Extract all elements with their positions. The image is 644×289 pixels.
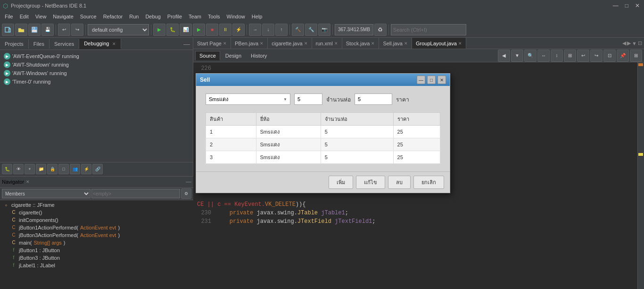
tab-maximize-icon[interactable]: ⊡ [638,40,642,46]
navigator-settings-button[interactable]: ⚙ [181,188,191,199]
menu-file[interactable]: File [2,13,16,20]
tab-start-page[interactable]: Start Page ✕ [193,38,231,49]
close-stock[interactable]: ✕ [371,41,375,46]
gc-button[interactable]: ♻ [374,24,387,36]
run-button[interactable]: ▶ [193,24,205,36]
close-run-xml[interactable]: ✕ [334,41,338,46]
menu-navigate[interactable]: Navigate [50,13,76,20]
step-into-button[interactable]: ↓ [262,24,274,36]
menu-debug[interactable]: Debug [142,13,163,20]
tab-stock[interactable]: Stock.java ✕ [342,38,380,49]
nav-item-initcomponents[interactable]: C initComponents() [8,216,192,224]
tab-dropdown-icon[interactable]: ▼ [632,41,637,46]
menu-help[interactable]: Help [249,13,265,20]
open-project-button[interactable] [15,24,27,36]
source-tab[interactable]: Source [195,51,220,60]
menu-window[interactable]: Window [224,13,248,20]
src-tb-btn-5[interactable]: ↕ [551,50,563,62]
navigator-search-input[interactable] [91,189,180,198]
panel-collapse-button[interactable]: — [181,40,193,48]
pause-button[interactable]: ⏸ [219,24,231,36]
tab-files[interactable]: Files [29,39,50,49]
tab-sell[interactable]: Sell.java ✕ [379,38,412,49]
save-all-button[interactable]: 💾 [41,24,54,36]
menu-view[interactable]: View [33,13,50,20]
tab-services[interactable]: Services [50,39,79,49]
save-button[interactable] [28,24,41,36]
menu-edit[interactable]: Edit [17,13,32,20]
src-tb-btn-1[interactable]: ◀ [498,50,510,62]
menu-tools[interactable]: Tools [205,13,223,20]
redo-button[interactable]: ↪ [71,24,83,36]
nav-item-jbutton1action[interactable]: C jButton1ActionPerformed(ActionEvent ev… [8,224,192,231]
table-row-2[interactable]: 2 Smsแดง 5 25 [206,138,440,151]
file-tab-nav[interactable]: ◀ ▶ ▼ ⊡ [620,40,644,46]
tab-scroll-right-icon[interactable]: ▶ [627,40,631,46]
src-tb-btn-3[interactable]: 🔍 [524,50,537,62]
debug-tb-btn-9[interactable]: 🔗 [92,164,103,174]
maximize-button[interactable]: □ [624,2,630,9]
nav-item-constructor[interactable]: C cigarette() [8,209,192,216]
thread-item-awt-shutdown[interactable]: ▶ 'AWT-Shutdown' running [2,60,191,69]
dialog-maximize-button[interactable]: □ [427,76,436,84]
src-tb-btn-7[interactable]: ↩ [577,50,589,62]
thread-item-timer[interactable]: ▶ 'Timer-0' running [2,77,191,86]
step-over-button[interactable]: → [249,24,261,36]
src-tb-btn-2[interactable]: ▼ [511,50,523,62]
debug-tb-btn-4[interactable]: 📁 [36,164,46,174]
tab-projects[interactable]: Projects [0,39,29,49]
menu-run[interactable]: Run [126,13,141,20]
undo-button[interactable]: ↩ [58,24,70,36]
close-pben[interactable]: ✕ [260,41,264,46]
debug-tb-btn-2[interactable]: 👁 [13,164,24,174]
tab-grouplayout[interactable]: GroupLayout.java ✕ [412,38,466,49]
nav-item-jbutton3[interactable]: f jButton3 : JButton [8,254,192,262]
profile-main-button[interactable]: 📊 [180,24,192,36]
product-combo[interactable]: Smsแดง ▼ [206,94,290,105]
toolbar-btn-6[interactable]: 🔨 [292,24,304,36]
run-main-button[interactable]: ▶ [153,24,165,36]
add-button[interactable]: เพิ่ม [329,176,353,189]
config-dropdown[interactable]: default config [88,24,149,35]
src-tb-btn-11[interactable]: ⊞ [630,50,642,62]
src-tb-btn-4[interactable]: ↔ [537,50,550,62]
minimize-button[interactable]: — [611,2,620,9]
price-input[interactable] [355,94,392,105]
close-start-page[interactable]: ✕ [223,41,227,46]
menu-refactor[interactable]: Refactor [100,13,126,20]
thread-item-awt-event[interactable]: ▶ 'AWT-EventQueue-0' running [2,52,191,60]
menu-profile[interactable]: Profile [165,13,185,20]
nav-item-jlabel1[interactable]: f jLabel1 : JLabel [8,262,192,269]
thread-item-awt-windows[interactable]: ▶ 'AWT-Windows' running [2,69,191,77]
nav-item-main[interactable]: C main(String[] args) [8,239,192,246]
src-tb-btn-9[interactable]: ⊡ [603,50,616,62]
dialog-minimize-button[interactable]: — [417,76,425,84]
debug-tb-btn-8[interactable]: ⚡ [81,164,91,174]
table-row-3[interactable]: 3 Smsแดง 5 25 [206,151,440,164]
toolbar-btn-7[interactable]: 🔧 [305,24,317,36]
tab-debugging[interactable]: Debugging ✕ [79,39,121,49]
navigator-members-dropdown[interactable]: Members [2,189,91,198]
new-project-button[interactable] [2,24,14,36]
tab-run-xml[interactable]: run.xml ✕ [312,38,342,49]
close-button[interactable]: ✕ [634,2,641,9]
tab-pben[interactable]: PBen.java ✕ [231,38,268,49]
tab-scroll-left-icon[interactable]: ◀ [622,40,626,46]
debug-main-button[interactable]: 🐛 [166,24,179,36]
debug-tb-btn-5[interactable]: 🔒 [47,164,58,174]
debug-tb-btn-7[interactable]: 👥 [70,164,80,174]
src-tb-btn-6[interactable]: ⊞ [564,50,576,62]
nav-item-jbutton1[interactable]: f jButton1 : JButton [8,246,192,254]
debug-tb-btn-1[interactable]: 🐛 [2,164,12,174]
toolbar-btn-8[interactable]: 📷 [318,24,330,36]
stop-button[interactable]: ■ [206,24,218,36]
table-row-1[interactable]: 1 Smsแดง 5 25 [206,126,440,138]
dialog-close-button[interactable]: ✕ [438,76,446,84]
close-grouplayout[interactable]: ✕ [458,41,462,46]
tab-close-debugging[interactable]: ✕ [112,42,116,46]
debug-tb-btn-6[interactable]: □ [58,164,69,174]
design-tab[interactable]: Design [221,51,246,60]
history-tab[interactable]: History [247,51,271,60]
debug-tb-btn-3[interactable]: + [25,164,35,174]
src-tb-btn-8[interactable]: ↪ [590,50,603,62]
